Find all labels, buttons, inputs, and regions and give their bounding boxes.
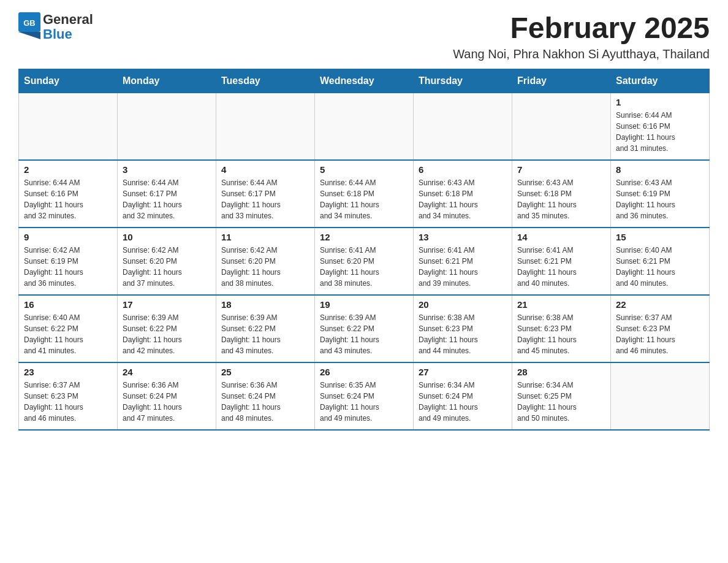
day-info: Sunrise: 6:37 AM Sunset: 6:23 PM Dayligh… bbox=[24, 380, 112, 424]
day-info: Sunrise: 6:38 AM Sunset: 6:23 PM Dayligh… bbox=[419, 312, 507, 356]
calendar-cell: 8Sunrise: 6:43 AM Sunset: 6:19 PM Daylig… bbox=[611, 160, 710, 228]
day-number: 27 bbox=[419, 367, 507, 377]
day-number: 15 bbox=[616, 232, 704, 242]
day-info: Sunrise: 6:41 AM Sunset: 6:21 PM Dayligh… bbox=[517, 245, 605, 289]
calendar-cell: 27Sunrise: 6:34 AM Sunset: 6:24 PM Dayli… bbox=[414, 362, 512, 430]
calendar-cell: 28Sunrise: 6:34 AM Sunset: 6:25 PM Dayli… bbox=[512, 362, 611, 430]
calendar-cell: 22Sunrise: 6:37 AM Sunset: 6:23 PM Dayli… bbox=[611, 295, 710, 362]
calendar-cell: 11Sunrise: 6:42 AM Sunset: 6:20 PM Dayli… bbox=[216, 228, 315, 295]
calendar-body: 1Sunrise: 6:44 AM Sunset: 6:16 PM Daylig… bbox=[19, 93, 710, 430]
day-info: Sunrise: 6:36 AM Sunset: 6:24 PM Dayligh… bbox=[221, 380, 309, 424]
day-number: 14 bbox=[517, 232, 605, 242]
calendar-cell: 3Sunrise: 6:44 AM Sunset: 6:17 PM Daylig… bbox=[118, 160, 216, 228]
day-number: 10 bbox=[123, 232, 211, 242]
day-info: Sunrise: 6:42 AM Sunset: 6:19 PM Dayligh… bbox=[24, 245, 112, 289]
calendar-cell bbox=[315, 93, 414, 160]
calendar-cell: 12Sunrise: 6:41 AM Sunset: 6:20 PM Dayli… bbox=[315, 228, 414, 295]
day-number: 12 bbox=[320, 232, 408, 242]
calendar-cell: 13Sunrise: 6:41 AM Sunset: 6:21 PM Dayli… bbox=[414, 228, 512, 295]
calendar-cell bbox=[216, 93, 315, 160]
day-number: 17 bbox=[123, 299, 211, 310]
day-info: Sunrise: 6:44 AM Sunset: 6:17 PM Dayligh… bbox=[221, 177, 309, 221]
day-number: 24 bbox=[123, 367, 211, 377]
day-number: 28 bbox=[517, 367, 605, 377]
calendar-cell: 17Sunrise: 6:39 AM Sunset: 6:22 PM Dayli… bbox=[118, 295, 216, 362]
day-number: 9 bbox=[24, 232, 112, 242]
calendar-cell: 24Sunrise: 6:36 AM Sunset: 6:24 PM Dayli… bbox=[118, 362, 216, 430]
day-info: Sunrise: 6:39 AM Sunset: 6:22 PM Dayligh… bbox=[320, 312, 408, 356]
day-number: 22 bbox=[616, 299, 704, 310]
day-info: Sunrise: 6:44 AM Sunset: 6:18 PM Dayligh… bbox=[320, 177, 408, 221]
calendar-cell: 7Sunrise: 6:43 AM Sunset: 6:18 PM Daylig… bbox=[512, 160, 611, 228]
calendar-cell: 5Sunrise: 6:44 AM Sunset: 6:18 PM Daylig… bbox=[315, 160, 414, 228]
calendar-cell: 26Sunrise: 6:35 AM Sunset: 6:24 PM Dayli… bbox=[315, 362, 414, 430]
week-row-3: 9Sunrise: 6:42 AM Sunset: 6:19 PM Daylig… bbox=[19, 228, 710, 295]
calendar-cell: 10Sunrise: 6:42 AM Sunset: 6:20 PM Dayli… bbox=[118, 228, 216, 295]
week-row-5: 23Sunrise: 6:37 AM Sunset: 6:23 PM Dayli… bbox=[19, 362, 710, 430]
day-info: Sunrise: 6:43 AM Sunset: 6:19 PM Dayligh… bbox=[616, 177, 704, 221]
week-row-2: 2Sunrise: 6:44 AM Sunset: 6:16 PM Daylig… bbox=[19, 160, 710, 228]
calendar-cell: 6Sunrise: 6:43 AM Sunset: 6:18 PM Daylig… bbox=[414, 160, 512, 228]
day-number: 26 bbox=[320, 367, 408, 377]
day-info: Sunrise: 6:39 AM Sunset: 6:22 PM Dayligh… bbox=[221, 312, 309, 356]
day-number: 16 bbox=[24, 299, 112, 310]
calendar-cell: 15Sunrise: 6:40 AM Sunset: 6:21 PM Dayli… bbox=[611, 228, 710, 295]
day-info: Sunrise: 6:41 AM Sunset: 6:20 PM Dayligh… bbox=[320, 245, 408, 289]
day-number: 25 bbox=[221, 367, 309, 377]
day-info: Sunrise: 6:35 AM Sunset: 6:24 PM Dayligh… bbox=[320, 380, 408, 424]
svg-marker-1 bbox=[18, 32, 40, 39]
calendar-cell bbox=[611, 362, 710, 430]
logo-general: General bbox=[43, 12, 93, 27]
page-header: GB General Blue February 2025 Wang Noi, … bbox=[18, 12, 710, 61]
logo: GB General Blue bbox=[18, 12, 93, 42]
calendar-cell bbox=[19, 93, 118, 160]
calendar-cell: 20Sunrise: 6:38 AM Sunset: 6:23 PM Dayli… bbox=[414, 295, 512, 362]
weekday-header-saturday: Saturday bbox=[611, 69, 710, 93]
week-row-1: 1Sunrise: 6:44 AM Sunset: 6:16 PM Daylig… bbox=[19, 93, 710, 160]
day-number: 3 bbox=[123, 164, 211, 175]
day-info: Sunrise: 6:38 AM Sunset: 6:23 PM Dayligh… bbox=[517, 312, 605, 356]
logo-text: General Blue bbox=[43, 12, 93, 42]
weekday-header-wednesday: Wednesday bbox=[315, 69, 414, 93]
day-number: 11 bbox=[221, 232, 309, 242]
weekday-header-thursday: Thursday bbox=[414, 69, 512, 93]
day-number: 1 bbox=[616, 97, 704, 107]
calendar-cell bbox=[512, 93, 611, 160]
calendar-cell: 16Sunrise: 6:40 AM Sunset: 6:22 PM Dayli… bbox=[19, 295, 118, 362]
weekday-header-sunday: Sunday bbox=[19, 69, 118, 93]
calendar-cell: 14Sunrise: 6:41 AM Sunset: 6:21 PM Dayli… bbox=[512, 228, 611, 295]
calendar-table: SundayMondayTuesdayWednesdayThursdayFrid… bbox=[18, 69, 710, 431]
calendar-cell: 25Sunrise: 6:36 AM Sunset: 6:24 PM Dayli… bbox=[216, 362, 315, 430]
svg-text:GB: GB bbox=[23, 18, 36, 28]
calendar-subtitle: Wang Noi, Phra Nakhon Si Ayutthaya, Thai… bbox=[453, 47, 710, 61]
calendar-cell: 19Sunrise: 6:39 AM Sunset: 6:22 PM Dayli… bbox=[315, 295, 414, 362]
day-number: 20 bbox=[419, 299, 507, 310]
calendar-cell: 1Sunrise: 6:44 AM Sunset: 6:16 PM Daylig… bbox=[611, 93, 710, 160]
day-number: 2 bbox=[24, 164, 112, 175]
day-number: 21 bbox=[517, 299, 605, 310]
day-number: 4 bbox=[221, 164, 309, 175]
weekday-header-tuesday: Tuesday bbox=[216, 69, 315, 93]
day-number: 23 bbox=[24, 367, 112, 377]
day-info: Sunrise: 6:44 AM Sunset: 6:16 PM Dayligh… bbox=[24, 177, 112, 221]
day-info: Sunrise: 6:44 AM Sunset: 6:16 PM Dayligh… bbox=[616, 110, 704, 154]
day-number: 7 bbox=[517, 164, 605, 175]
day-number: 8 bbox=[616, 164, 704, 175]
day-info: Sunrise: 6:34 AM Sunset: 6:24 PM Dayligh… bbox=[419, 380, 507, 424]
day-info: Sunrise: 6:41 AM Sunset: 6:21 PM Dayligh… bbox=[419, 245, 507, 289]
day-info: Sunrise: 6:40 AM Sunset: 6:21 PM Dayligh… bbox=[616, 245, 704, 289]
week-row-4: 16Sunrise: 6:40 AM Sunset: 6:22 PM Dayli… bbox=[19, 295, 710, 362]
day-number: 19 bbox=[320, 299, 408, 310]
calendar-cell: 9Sunrise: 6:42 AM Sunset: 6:19 PM Daylig… bbox=[19, 228, 118, 295]
day-number: 13 bbox=[419, 232, 507, 242]
calendar-cell: 4Sunrise: 6:44 AM Sunset: 6:17 PM Daylig… bbox=[216, 160, 315, 228]
day-info: Sunrise: 6:34 AM Sunset: 6:25 PM Dayligh… bbox=[517, 380, 605, 424]
logo-blue: Blue bbox=[43, 27, 93, 42]
day-number: 6 bbox=[419, 164, 507, 175]
weekday-header-monday: Monday bbox=[118, 69, 216, 93]
day-info: Sunrise: 6:37 AM Sunset: 6:23 PM Dayligh… bbox=[616, 312, 704, 356]
logo-icon: GB bbox=[18, 12, 40, 42]
calendar-cell bbox=[414, 93, 512, 160]
weekday-header-friday: Friday bbox=[512, 69, 611, 93]
day-info: Sunrise: 6:44 AM Sunset: 6:17 PM Dayligh… bbox=[123, 177, 211, 221]
